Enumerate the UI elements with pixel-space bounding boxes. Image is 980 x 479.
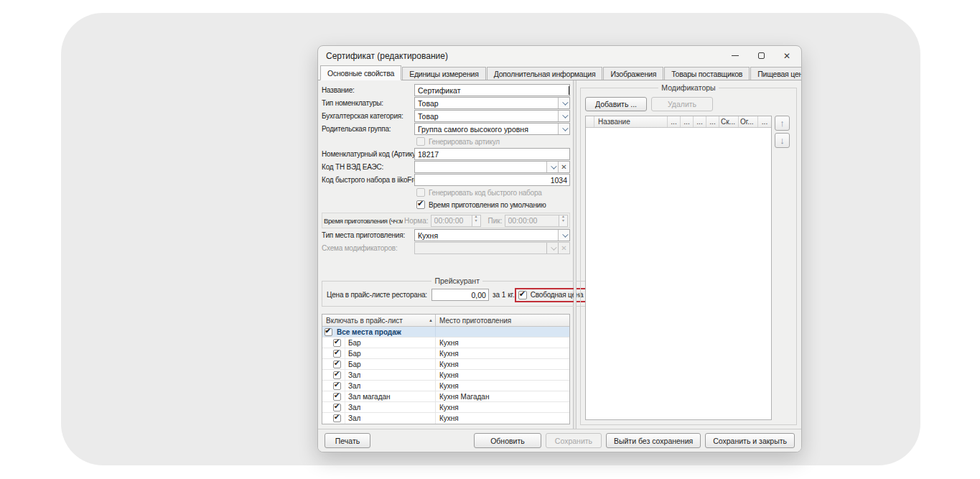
- table-row-all-places[interactable]: Все места продаж: [322, 327, 569, 338]
- tab-nutrition[interactable]: Пищевая ценность: [750, 67, 802, 80]
- tab-units[interactable]: Единицы измерения: [402, 67, 486, 80]
- name-label: Название:: [322, 86, 414, 94]
- sku-input[interactable]: 18217: [414, 148, 570, 160]
- cook-place-select[interactable]: Кухня: [414, 229, 570, 241]
- cook-place-row: Тип места приготовления: Кухня: [322, 229, 570, 241]
- column-include-header[interactable]: Включать в прайс-лист ▲: [322, 315, 436, 326]
- checkbox-icon[interactable]: [333, 361, 341, 368]
- chevron-down-icon[interactable]: [558, 111, 569, 121]
- chevron-down-icon[interactable]: [558, 98, 569, 108]
- name-row: Название: Сертификат: [322, 84, 570, 96]
- row-kitchen: Кухня: [436, 370, 569, 380]
- checkbox-icon[interactable]: [333, 350, 341, 358]
- modifiers-groupbox: Модификаторы Добавить ... Удалить Назван…: [580, 83, 797, 425]
- modifier-scheme-row: Схема модификаторов: ✕: [322, 242, 570, 254]
- nomenclature-type-label: Тип номенклатуры:: [322, 99, 414, 107]
- column-name-header[interactable]: Название: [594, 116, 668, 127]
- move-down-button[interactable]: ↓: [775, 133, 790, 148]
- column-og-header[interactable]: Ог...: [739, 116, 758, 127]
- generate-sku-checkbox: Генерировать артикул: [416, 136, 570, 147]
- spinner-icon: ▴▾: [472, 215, 480, 226]
- main-properties-pane: Название: Сертификат Тип номенклатуры: Т…: [318, 80, 574, 429]
- chevron-down-icon[interactable]: [558, 230, 569, 241]
- table-row[interactable]: Зал Кухня: [322, 370, 569, 381]
- sales-table-body: Бар Кухня Бар Кухня Бар Кухня Зал Кухня …: [322, 338, 569, 424]
- row-place: Зал: [348, 404, 360, 411]
- sku-label: Номенклатурный код (Артикул):: [322, 150, 414, 158]
- price-input[interactable]: 0,00: [431, 289, 489, 301]
- table-row[interactable]: Зал Кухня: [322, 402, 569, 413]
- checkbox-icon[interactable]: [333, 339, 341, 347]
- row-kitchen: Кухня Магадан: [436, 391, 569, 401]
- exit-without-saving-button[interactable]: Выйти без сохранения: [606, 433, 701, 448]
- table-row[interactable]: Бар Кухня: [322, 359, 569, 370]
- checkbox-icon: [416, 137, 425, 146]
- modifiers-pane: Модификаторы Добавить ... Удалить Назван…: [577, 80, 801, 429]
- maximize-button[interactable]: [757, 52, 765, 60]
- rounded-backdrop: Сертификат (редактирование) ✕ Основные с…: [61, 13, 920, 465]
- parent-group-select[interactable]: Группа самого высокого уровня: [414, 123, 570, 135]
- checkbox-checked-icon: [416, 200, 425, 209]
- table-row[interactable]: Зал Кухня: [322, 413, 569, 424]
- table-row[interactable]: Зал Кухня: [322, 381, 569, 391]
- modifiers-body: Название ... ... ... ... Ск... Ог... ...: [585, 116, 792, 420]
- table-row[interactable]: Зал магадан Кухня Магадан: [322, 391, 569, 402]
- accounting-category-label: Бухгалтерская категория:: [322, 112, 414, 120]
- checkbox-icon[interactable]: [333, 414, 341, 422]
- close-button[interactable]: ✕: [783, 52, 791, 60]
- minimize-button[interactable]: [731, 52, 739, 60]
- tab-main-properties[interactable]: Основные свойства: [320, 65, 401, 80]
- checkbox-icon: [416, 188, 425, 197]
- sort-asc-icon: ▲: [429, 318, 433, 322]
- name-input[interactable]: Сертификат: [414, 84, 570, 96]
- arrow-down-icon: ↓: [780, 135, 785, 146]
- checkbox-checked-icon[interactable]: [325, 328, 332, 336]
- clear-icon[interactable]: ✕: [558, 162, 569, 172]
- checkbox-icon[interactable]: [333, 404, 341, 411]
- default-cook-time-checkbox[interactable]: Время приготовления по умолчанию: [416, 200, 570, 210]
- accounting-category-row: Бухгалтерская категория: Товар: [322, 110, 570, 122]
- footer-bar: Печать Обновить Сохранить Выйти без сохр…: [318, 429, 801, 452]
- column-dots-header[interactable]: ...: [758, 116, 771, 127]
- text-caret: [569, 86, 569, 95]
- chevron-down-icon[interactable]: [558, 124, 569, 134]
- modifier-scheme-label: Схема модификаторов:: [322, 244, 414, 252]
- column-dots-header[interactable]: ...: [681, 116, 694, 127]
- modifiers-table-header: Название ... ... ... ... Ск... Ог... ...: [586, 116, 771, 128]
- add-modifier-button[interactable]: Добавить ...: [585, 97, 647, 111]
- column-dots-header[interactable]: ...: [706, 116, 719, 127]
- modifiers-table-empty-body[interactable]: [586, 128, 771, 419]
- modifiers-toolbar: Добавить ... Удалить: [585, 97, 792, 111]
- row-kitchen: Кухня: [436, 413, 569, 424]
- modifiers-table: Название ... ... ... ... Ск... Ог... ...: [585, 116, 772, 420]
- table-row[interactable]: Бар Кухня: [322, 338, 569, 348]
- tab-additional-info[interactable]: Дополнительная информация: [487, 67, 603, 80]
- checkbox-icon[interactable]: [333, 371, 341, 379]
- parent-group-label: Родительская группа:: [322, 125, 414, 133]
- pricelist-title: Прейскурант: [431, 276, 482, 285]
- row-place: Зал: [348, 382, 360, 390]
- tnved-select[interactable]: ✕: [414, 161, 570, 173]
- nomenclature-type-select[interactable]: Товар: [414, 97, 570, 109]
- parent-group-row: Родительская группа: Группа самого высок…: [322, 123, 570, 135]
- nomenclature-type-row: Тип номенклатуры: Товар: [322, 97, 570, 109]
- column-place-header[interactable]: Место приготовления: [436, 315, 569, 326]
- refresh-button[interactable]: Обновить: [474, 433, 541, 448]
- row-kitchen: Кухня: [436, 359, 569, 369]
- print-button[interactable]: Печать: [325, 433, 370, 448]
- tab-supplier-goods[interactable]: Товары поставщиков: [664, 67, 750, 80]
- tnved-label: Код ТН ВЭД ЕАЭС:: [322, 163, 414, 171]
- save-and-close-button[interactable]: Сохранить и закрыть: [705, 433, 795, 448]
- table-row[interactable]: Бар Кухня: [322, 348, 569, 359]
- chevron-down-icon[interactable]: [546, 162, 558, 172]
- column-sk-header[interactable]: Ск...: [719, 116, 739, 127]
- checkbox-icon[interactable]: [333, 393, 341, 401]
- column-dots-header[interactable]: ...: [668, 116, 681, 127]
- fastcode-input[interactable]: 1034: [414, 174, 570, 186]
- accounting-category-select[interactable]: Товар: [414, 110, 570, 122]
- move-up-button[interactable]: ↑: [775, 116, 790, 131]
- checkbox-icon[interactable]: [333, 382, 341, 390]
- tab-images[interactable]: Изображения: [603, 67, 663, 80]
- column-dots-header[interactable]: ...: [694, 116, 706, 127]
- delete-modifier-button: Удалить: [651, 97, 713, 111]
